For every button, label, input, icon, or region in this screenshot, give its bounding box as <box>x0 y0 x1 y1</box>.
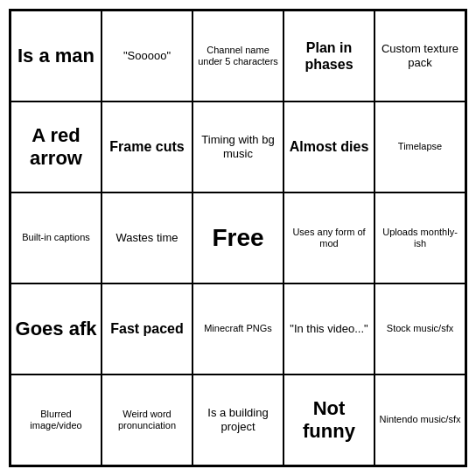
bingo-cell-9: Timelapse <box>374 102 466 192</box>
bingo-cell-24: Nintendo music/sfx <box>374 374 466 466</box>
bingo-cell-4: Custom texture pack <box>374 10 466 102</box>
bingo-cell-12: Free <box>192 192 284 284</box>
bingo-cell-6: Frame cuts <box>102 102 192 192</box>
bingo-cell-22: Is a building project <box>192 374 284 466</box>
bingo-cell-1: "Sooooo" <box>102 10 192 102</box>
bingo-cell-21: Weird word pronunciation <box>102 374 192 466</box>
bingo-cell-8: Almost dies <box>284 102 374 192</box>
bingo-cell-3: Plan in phases <box>284 10 374 102</box>
bingo-cell-10: Built-in captions <box>10 192 102 284</box>
bingo-cell-2: Channel name under 5 characters <box>192 10 284 102</box>
bingo-cell-19: Stock music/sfx <box>374 284 466 374</box>
bingo-cell-16: Fast paced <box>102 284 192 374</box>
bingo-cell-17: Minecraft PNGs <box>192 284 284 374</box>
bingo-cell-15: Goes afk <box>10 284 102 374</box>
bingo-cell-20: Blurred image/video <box>10 374 102 466</box>
bingo-cell-14: Uploads monthly-ish <box>374 192 466 284</box>
bingo-cell-0: Is a man <box>10 10 102 102</box>
bingo-cell-13: Uses any form of mod <box>284 192 374 284</box>
bingo-cell-18: "In this video..." <box>284 284 374 374</box>
bingo-cell-23: Not funny <box>284 374 374 466</box>
bingo-cell-5: A red arrow <box>10 102 102 192</box>
bingo-cell-11: Wastes time <box>102 192 192 284</box>
bingo-cell-7: Timing with bg music <box>192 102 284 192</box>
bingo-board: Is a man"Sooooo"Channel name under 5 cha… <box>9 9 467 467</box>
